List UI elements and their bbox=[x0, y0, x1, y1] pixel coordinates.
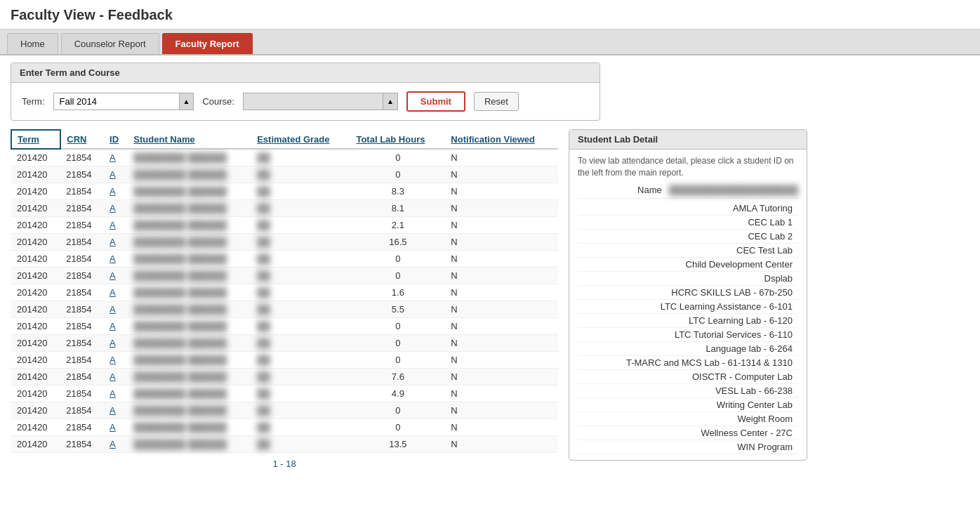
cell-grade: ██ bbox=[251, 385, 350, 402]
cell-notification: N bbox=[445, 301, 558, 318]
cell-id[interactable]: A bbox=[104, 234, 128, 251]
cell-hours: 4.9 bbox=[350, 385, 445, 402]
cell-id[interactable]: A bbox=[104, 318, 128, 335]
cell-crn: 21854 bbox=[60, 369, 104, 385]
course-input[interactable] bbox=[243, 93, 383, 110]
course-input-wrapper: ▲ bbox=[243, 93, 398, 110]
table-row: 20142021854A████████ ████████0N bbox=[11, 335, 558, 352]
lab-list-item: Wellness Center - 27C bbox=[578, 426, 798, 440]
col-id[interactable]: ID bbox=[104, 130, 128, 149]
tab-counselor[interactable]: Counselor Report bbox=[61, 33, 159, 54]
tab-home[interactable]: Home bbox=[7, 33, 58, 54]
table-row: 20142021854A████████ ████████7.6N bbox=[11, 369, 558, 385]
cell-id[interactable]: A bbox=[104, 369, 128, 385]
cell-term: 201420 bbox=[11, 419, 60, 436]
cell-crn: 21854 bbox=[60, 149, 104, 166]
lab-item-label: Child Development Center bbox=[578, 259, 798, 270]
term-input[interactable] bbox=[53, 93, 180, 110]
cell-hours: 13.5 bbox=[350, 436, 445, 453]
cell-notification: N bbox=[445, 217, 558, 234]
cell-id[interactable]: A bbox=[104, 251, 128, 268]
cell-id[interactable]: A bbox=[104, 301, 128, 318]
cell-term: 201420 bbox=[11, 402, 60, 419]
lab-list-item: T-MARC and MCS Lab - 61-1314 & 1310 bbox=[578, 356, 798, 370]
cell-term: 201420 bbox=[11, 166, 60, 183]
cell-term: 201420 bbox=[11, 436, 60, 453]
lab-item-label: T-MARC and MCS Lab - 61-1314 & 1310 bbox=[578, 357, 798, 368]
col-estimated-grade[interactable]: Estimated Grade bbox=[251, 130, 350, 149]
cell-student-name: ████████ ██████ bbox=[128, 369, 251, 385]
cell-grade: ██ bbox=[251, 419, 350, 436]
lab-item-label: Wellness Center - 27C bbox=[578, 428, 798, 438]
cell-crn: 21854 bbox=[60, 217, 104, 234]
cell-id[interactable]: A bbox=[104, 166, 128, 183]
term-label: Term: bbox=[22, 96, 45, 107]
cell-grade: ██ bbox=[251, 217, 350, 234]
col-notification-viewed[interactable]: Notification Viewed bbox=[445, 130, 558, 149]
pagination: 1 - 18 bbox=[11, 459, 558, 469]
lab-detail-instruction: To view lab attendance detail, please cl… bbox=[578, 155, 798, 179]
lab-item-label: CEC Test Lab bbox=[578, 245, 798, 256]
cell-id[interactable]: A bbox=[104, 200, 128, 217]
cell-hours: 0 bbox=[350, 166, 445, 183]
cell-id[interactable]: A bbox=[104, 284, 128, 301]
cell-term: 201420 bbox=[11, 318, 60, 335]
cell-notification: N bbox=[445, 369, 558, 385]
cell-grade: ██ bbox=[251, 251, 350, 268]
col-total-lab-hours[interactable]: Total Lab Hours bbox=[350, 130, 445, 149]
lab-item-label: Dsplab bbox=[578, 273, 798, 284]
cell-student-name: ████████ ██████ bbox=[128, 234, 251, 251]
lab-item-label: CEC Lab 1 bbox=[578, 217, 798, 227]
cell-notification: N bbox=[445, 284, 558, 301]
table-row: 20142021854A████████ ████████0N bbox=[11, 402, 558, 419]
cell-student-name: ████████ ██████ bbox=[128, 183, 251, 200]
cell-student-name: ████████ ██████ bbox=[128, 149, 251, 166]
cell-crn: 21854 bbox=[60, 200, 104, 217]
cell-hours: 16.5 bbox=[350, 234, 445, 251]
cell-id[interactable]: A bbox=[104, 385, 128, 402]
cell-notification: N bbox=[445, 251, 558, 268]
cell-id[interactable]: A bbox=[104, 352, 128, 369]
term-dropdown-btn[interactable]: ▲ bbox=[180, 93, 194, 110]
table-row: 20142021854A████████ ████████16.5N bbox=[11, 234, 558, 251]
cell-hours: 5.5 bbox=[350, 301, 445, 318]
lab-item-label: LTC Learning Lab - 6-120 bbox=[578, 315, 798, 326]
cell-student-name: ████████ ██████ bbox=[128, 301, 251, 318]
cell-grade: ██ bbox=[251, 436, 350, 453]
cell-id[interactable]: A bbox=[104, 335, 128, 352]
cell-term: 201420 bbox=[11, 352, 60, 369]
lab-list: AMLA TutoringCEC Lab 1CEC Lab 2CEC Test … bbox=[578, 202, 798, 454]
cell-id[interactable]: A bbox=[104, 436, 128, 453]
submit-button[interactable]: Submit bbox=[406, 91, 465, 112]
lab-item-label: LTC Tutorial Services - 6-110 bbox=[578, 329, 798, 340]
cell-crn: 21854 bbox=[60, 318, 104, 335]
lab-item-label: VESL Lab - 66-238 bbox=[578, 385, 798, 396]
lab-list-item: AMLA Tutoring bbox=[578, 202, 798, 216]
cell-crn: 21854 bbox=[60, 251, 104, 268]
lab-item-label: HCRC SKILLS LAB - 67b-250 bbox=[578, 287, 798, 298]
cell-notification: N bbox=[445, 436, 558, 453]
cell-notification: N bbox=[445, 149, 558, 166]
cell-id[interactable]: A bbox=[104, 419, 128, 436]
term-input-wrapper: ▲ bbox=[53, 93, 194, 110]
tab-faculty[interactable]: Faculty Report bbox=[162, 33, 253, 54]
cell-student-name: ████████ ██████ bbox=[128, 436, 251, 453]
cell-term: 201420 bbox=[11, 149, 60, 166]
table-row: 20142021854A████████ ████████0N bbox=[11, 149, 558, 166]
cell-id[interactable]: A bbox=[104, 183, 128, 200]
course-dropdown-btn[interactable]: ▲ bbox=[383, 93, 398, 110]
table-row: 20142021854A████████ ████████13.5N bbox=[11, 436, 558, 453]
cell-id[interactable]: A bbox=[104, 268, 128, 284]
col-crn[interactable]: CRN bbox=[60, 130, 104, 149]
reset-button[interactable]: Reset bbox=[474, 92, 519, 111]
col-student-name[interactable]: Student Name bbox=[128, 130, 251, 149]
cell-hours: 1.6 bbox=[350, 284, 445, 301]
cell-term: 201420 bbox=[11, 385, 60, 402]
cell-id[interactable]: A bbox=[104, 402, 128, 419]
col-term[interactable]: Term bbox=[11, 130, 60, 149]
cell-notification: N bbox=[445, 234, 558, 251]
cell-student-name: ████████ ██████ bbox=[128, 251, 251, 268]
cell-id[interactable]: A bbox=[104, 217, 128, 234]
cell-id[interactable]: A bbox=[104, 149, 128, 166]
cell-hours: 0 bbox=[350, 268, 445, 284]
